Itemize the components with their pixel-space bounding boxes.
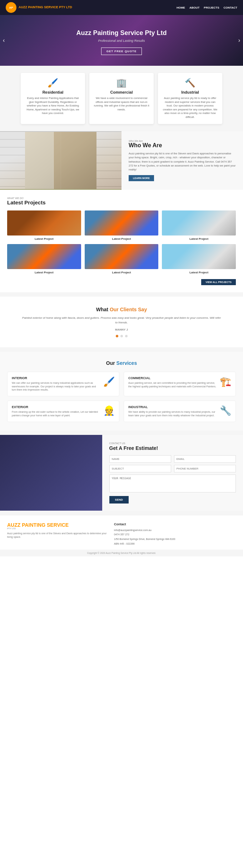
industrial-desc: Auzz painting service pty ltd is ready t… bbox=[162, 96, 218, 119]
service-card-commercial: 🏢 Commercial We have a wide involvement … bbox=[89, 73, 154, 124]
footer-address: 1/50 Bomend Springs Drive, Bomend Spring… bbox=[114, 537, 236, 542]
divider bbox=[0, 292, 243, 297]
contact-section: CONTACT US Get A Free Estimate! SEND bbox=[0, 435, 243, 511]
project-label-1: Latest Project bbox=[7, 237, 81, 240]
footer-logo: AUZZ PAINTING SERVICE bbox=[7, 522, 107, 527]
project-image-1 bbox=[7, 210, 81, 235]
contact-image bbox=[0, 435, 102, 511]
hero-next-button[interactable]: › bbox=[238, 37, 240, 44]
testimonial-title: What Our Clients Say bbox=[21, 307, 222, 312]
commercial-svc-icon: 🏗️ bbox=[220, 376, 231, 387]
name-input[interactable] bbox=[109, 455, 171, 463]
testimonial-section: What Our Clients Say Painted exterior of… bbox=[0, 297, 243, 347]
logo-icon: AP bbox=[6, 2, 16, 13]
learn-more-button[interactable]: LEARN MORE bbox=[129, 175, 154, 181]
email-input[interactable] bbox=[174, 455, 236, 463]
industrial-title: Industrial bbox=[162, 90, 218, 94]
project-image-6 bbox=[162, 244, 236, 269]
project-item: Latest Project bbox=[162, 210, 236, 240]
commercial-title: Commercial bbox=[94, 90, 149, 94]
hero-prev-button[interactable]: ‹ bbox=[3, 37, 5, 44]
projects-section: WHAT WE DO Latest Projects Latest Projec… bbox=[0, 190, 243, 292]
project-item: Latest Project bbox=[162, 244, 236, 274]
commercial-svc-desc: Auzz painting service, we are committed … bbox=[128, 381, 217, 388]
industrial-svc-desc: We have ability to provide our painting … bbox=[128, 410, 217, 417]
footer-left: AUZZ PAINTING SERVICE PTY LTD Auzz paint… bbox=[7, 522, 107, 546]
commercial-icon: 🏢 bbox=[94, 78, 149, 88]
service-card-residential: 🖌️ Residential Every and interior Painti… bbox=[21, 73, 85, 124]
footer: AUZZ PAINTING SERVICE PTY LTD Auzz paint… bbox=[0, 515, 243, 550]
contact-form: CONTACT US Get A Free Estimate! SEND bbox=[102, 435, 243, 511]
subject-input[interactable] bbox=[109, 465, 171, 472]
projects-grid: Latest Project Latest Project Latest Pro… bbox=[7, 210, 236, 274]
message-textarea[interactable] bbox=[109, 475, 236, 492]
testimonial-quote: Painted exterior of home along with fasc… bbox=[21, 316, 222, 325]
divider bbox=[0, 431, 243, 435]
project-label-2: Latest Project bbox=[85, 237, 159, 240]
project-item: Latest Project bbox=[85, 210, 159, 240]
form-row-name-email bbox=[109, 455, 236, 463]
who-title: Who We Are bbox=[129, 142, 236, 149]
testimonial-author: MANNY J bbox=[21, 328, 222, 331]
hero-subtitle: Professional and Lasting Results bbox=[7, 39, 236, 43]
commercial-desc: We have a wide involvement to commercial… bbox=[94, 96, 149, 111]
exterior-icon: 👷 bbox=[103, 405, 115, 416]
commercial-svc-title: COMMERCIAL bbox=[128, 376, 217, 380]
industrial-svc-title: INDUSTRIAL bbox=[128, 405, 217, 409]
footer-abn: ABN 445 - 022266 bbox=[114, 542, 236, 546]
footer-right: Contact info@auzzpaintingservice.com.au … bbox=[114, 522, 236, 546]
footer-email: info@auzzpaintingservice.com.au bbox=[114, 528, 236, 533]
who-we-are-section: Who We Are Who We Are Auzz painting serv… bbox=[0, 131, 243, 190]
dot-3[interactable] bbox=[125, 335, 128, 337]
form-row-subject-phone bbox=[109, 465, 236, 472]
send-button[interactable]: SEND bbox=[109, 496, 129, 504]
project-label-6: Latest Project bbox=[162, 271, 236, 274]
project-label-3: Latest Project bbox=[162, 237, 236, 240]
project-item: Latest Project bbox=[7, 210, 81, 240]
project-image-3 bbox=[162, 210, 236, 235]
divider bbox=[0, 511, 243, 515]
our-services-title: Our Services bbox=[7, 360, 236, 366]
contact-label: CONTACT US bbox=[109, 442, 236, 445]
interior-desc: We can offer our painting services to ma… bbox=[12, 381, 100, 392]
nav-home[interactable]: HOME bbox=[177, 6, 185, 9]
footer-contact-label: Contact bbox=[114, 522, 236, 526]
footer-desc: Auzz painting service pty ltd is one of … bbox=[7, 532, 107, 539]
our-services-section: Our Services INTERIOR We can offer our p… bbox=[0, 352, 243, 431]
phone-input[interactable] bbox=[174, 465, 236, 472]
svg-rect-4 bbox=[54, 132, 96, 189]
who-image bbox=[0, 131, 122, 190]
interior-icon: 🖌️ bbox=[103, 376, 115, 387]
contact-title: Get A Free Estimate! bbox=[109, 445, 236, 451]
interior-title: INTERIOR bbox=[12, 376, 100, 380]
hero-section: ‹ Auzz Painting Service Pty Ltd Professi… bbox=[0, 15, 243, 66]
industrial-svc-icon: 🔧 bbox=[220, 405, 231, 416]
service-box-exterior: EXTERIOR From cleaning up the old outer … bbox=[7, 401, 119, 422]
project-item: Latest Project bbox=[85, 244, 159, 274]
nav-contact[interactable]: CONTACT bbox=[223, 6, 237, 9]
exterior-title: EXTERIOR bbox=[12, 405, 100, 409]
svg-rect-3 bbox=[25, 132, 54, 189]
residential-icon: 🖌️ bbox=[25, 78, 81, 88]
view-all-projects-button[interactable]: VIEW ALL PROJECTS bbox=[201, 279, 236, 285]
divider bbox=[0, 347, 243, 352]
service-cards-section: 🖌️ Residential Every and interior Painti… bbox=[0, 66, 243, 131]
hero-cta-button[interactable]: GET FREE QUOTE bbox=[101, 48, 142, 55]
nav-projects[interactable]: PROJECTS bbox=[204, 6, 219, 9]
project-image-5 bbox=[85, 244, 159, 269]
footer-phone: 0474 357 272 bbox=[114, 532, 236, 537]
navbar: AP AUZZ PAINTING SERVICE PTY LTD HOME AB… bbox=[0, 0, 243, 15]
nav-logo: AP AUZZ PAINTING SERVICE PTY LTD bbox=[6, 2, 72, 13]
dot-1[interactable] bbox=[116, 335, 118, 337]
service-box-interior: INTERIOR We can offer our painting servi… bbox=[7, 372, 119, 396]
residential-title: Residential bbox=[25, 90, 81, 94]
project-label-5: Latest Project bbox=[85, 271, 159, 274]
project-image-2 bbox=[85, 210, 159, 235]
projects-label: WHAT WE DO bbox=[7, 197, 236, 199]
residential-desc: Every and interior Painting Applications… bbox=[25, 96, 81, 115]
dot-2[interactable] bbox=[120, 335, 123, 337]
service-card-industrial: 🔨 Industrial Auzz painting service pty l… bbox=[158, 73, 222, 124]
testimonial-dots bbox=[21, 335, 222, 337]
project-label-4: Latest Project bbox=[7, 271, 81, 274]
nav-about[interactable]: ABOUT bbox=[189, 6, 199, 9]
